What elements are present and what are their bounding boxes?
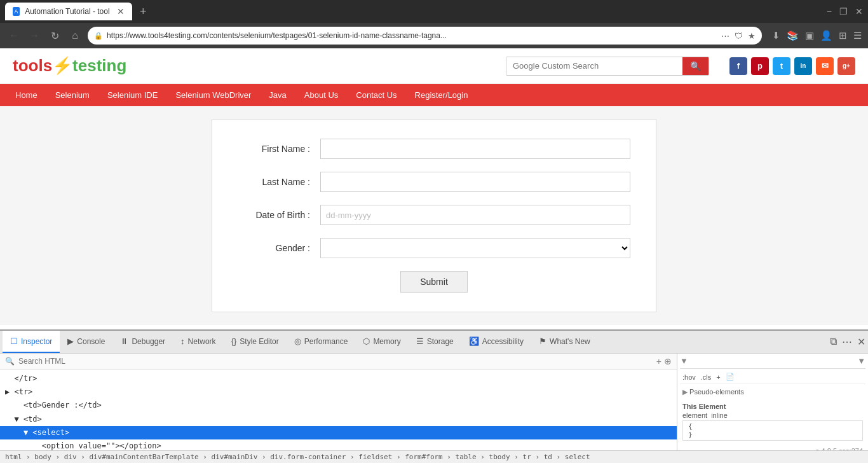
last-name-input[interactable] bbox=[320, 172, 630, 192]
nav-about-us[interactable]: About Us bbox=[295, 84, 347, 106]
back-button[interactable]: ← bbox=[6, 30, 22, 41]
css-open-brace: { bbox=[688, 422, 693, 431]
pseudo-arrow: ▶ bbox=[682, 388, 688, 396]
nav-contact-us[interactable]: Contact Us bbox=[347, 84, 405, 106]
download-icon[interactable]: ⬇ bbox=[772, 30, 780, 41]
google-plus-icon[interactable]: g+ bbox=[837, 57, 855, 75]
gender-select[interactable]: Male Female Transgender bbox=[320, 238, 630, 258]
devtools-close-button[interactable]: ✕ bbox=[857, 336, 865, 348]
address-actions: ⋯ 🛡 ★ bbox=[721, 31, 756, 41]
devtools-more-button[interactable]: ⋯ bbox=[842, 336, 852, 348]
performance-icon: ◎ bbox=[294, 336, 301, 346]
twitter-icon[interactable]: t bbox=[773, 57, 790, 75]
dob-row: Date of Birth : bbox=[238, 205, 630, 225]
submit-button[interactable]: Submit bbox=[400, 271, 468, 293]
site-header: tools⚡testing 🔍 f p t in ✉ g+ bbox=[0, 48, 868, 84]
inline-label: inline bbox=[711, 411, 728, 419]
tab-network[interactable]: ↕ Network bbox=[173, 331, 224, 353]
debugger-label: Debugger bbox=[132, 337, 165, 346]
add-rule-button[interactable]: + bbox=[716, 373, 720, 381]
maximize-button[interactable]: ❐ bbox=[839, 6, 848, 17]
browser-tab[interactable]: A Automation Tutorial - tools4te... ✕ bbox=[5, 3, 132, 20]
devtools-body: 🔍 + ⊕ </tr> ▶ <tr> <td>Gender :</td> ▼ <… bbox=[0, 354, 868, 450]
storage-label: Storage bbox=[427, 337, 454, 346]
pseudo-toolbar: :hov .cls + 📄 bbox=[680, 371, 865, 384]
code-line-tr-close: </tr> bbox=[0, 372, 677, 385]
tab-storage[interactable]: ☰ Storage bbox=[409, 331, 461, 353]
network-label: Network bbox=[188, 337, 216, 346]
minimize-button[interactable]: − bbox=[827, 6, 832, 17]
code-line-td-gender: <td>Gender :</td> bbox=[0, 399, 677, 412]
first-name-label: First Name : bbox=[238, 144, 320, 154]
tab-style-editor[interactable]: {} Style Editor bbox=[224, 331, 287, 353]
pocket-icon[interactable]: 🛡 bbox=[735, 31, 743, 41]
forward-button[interactable]: → bbox=[27, 30, 42, 41]
styles-toolbar: ▼ ▼ bbox=[680, 356, 865, 369]
element-inline-row: element inline bbox=[682, 411, 863, 419]
search-button[interactable]: 🔍 bbox=[682, 57, 709, 75]
tab-memory[interactable]: ⬡ Memory bbox=[355, 331, 408, 353]
html-search-icons: + ⊕ bbox=[656, 356, 672, 366]
address-bar-row: ← → ↻ ⌂ 🔒 https://www.tools4testing.com/… bbox=[0, 23, 868, 48]
pinterest-icon[interactable]: p bbox=[751, 57, 769, 75]
memory-icon: ⬡ bbox=[363, 336, 370, 346]
filter-styles-icon: ▼ bbox=[680, 356, 688, 366]
whats-new-icon: ⚑ bbox=[539, 336, 546, 346]
extensions-icon[interactable]: ⊞ bbox=[839, 30, 847, 41]
reader-view-icon[interactable]: ▣ bbox=[805, 30, 814, 41]
synced-tabs-icon[interactable]: 📚 bbox=[787, 30, 799, 41]
html-search-bar: 🔍 + ⊕ bbox=[0, 354, 677, 370]
nav-register-login[interactable]: Register/Login bbox=[406, 84, 477, 106]
last-name-label: Last Name : bbox=[238, 177, 320, 187]
dob-input[interactable] bbox=[320, 205, 630, 225]
first-name-row: First Name : bbox=[238, 139, 630, 159]
hov-button[interactable]: :hov bbox=[682, 373, 696, 381]
profile-icon[interactable]: 👤 bbox=[820, 30, 832, 41]
more-icon[interactable]: ⋯ bbox=[721, 31, 729, 41]
accessibility-icon: ♿ bbox=[469, 336, 479, 346]
html-search-input[interactable] bbox=[18, 357, 653, 366]
bookmark-icon[interactable]: ★ bbox=[748, 31, 756, 41]
search-box[interactable]: 🔍 bbox=[506, 57, 709, 76]
home-button[interactable]: ⌂ bbox=[67, 30, 83, 41]
code-line-select-highlighted[interactable]: ▼ <select> bbox=[0, 426, 677, 439]
search-input[interactable] bbox=[506, 57, 682, 75]
cls-button[interactable]: .cls bbox=[701, 373, 712, 381]
pseudo-elements-label: Pseudo-elements bbox=[689, 388, 744, 396]
tab-debugger[interactable]: ⏸ Debugger bbox=[112, 331, 173, 353]
email-icon[interactable]: ✉ bbox=[816, 57, 834, 75]
devtools-breadcrumb: html › body › div › div#mainContentBarTe… bbox=[0, 450, 868, 463]
devtools-dock-button[interactable]: ⧉ bbox=[830, 336, 837, 348]
nav-selenium[interactable]: Selenium bbox=[46, 84, 98, 106]
debugger-icon: ⏸ bbox=[120, 336, 128, 346]
new-file-button[interactable]: 📄 bbox=[726, 373, 735, 381]
menu-icon[interactable]: ☰ bbox=[853, 30, 862, 41]
tab-favicon: A bbox=[13, 7, 20, 16]
tab-inspector[interactable]: ☐ Inspector bbox=[3, 331, 60, 353]
form-container: First Name : Last Name : Date of Birth :… bbox=[212, 119, 656, 312]
address-bar[interactable]: 🔒 https://www.tools4testing.com/contents… bbox=[88, 27, 762, 45]
tab-close-button[interactable]: ✕ bbox=[117, 6, 125, 17]
browser-titlebar: A Automation Tutorial - tools4te... ✕ + … bbox=[0, 0, 868, 23]
nav-home[interactable]: Home bbox=[6, 84, 46, 106]
linkedin-icon[interactable]: in bbox=[794, 57, 812, 75]
html-pick-button[interactable]: ⊕ bbox=[664, 356, 672, 366]
nav-java[interactable]: Java bbox=[260, 84, 295, 106]
devtools-panel: ☐ Inspector ▶ Console ⏸ Debugger ↕ Netwo… bbox=[0, 329, 868, 463]
facebook-icon[interactable]: f bbox=[729, 57, 747, 75]
html-add-button[interactable]: + bbox=[656, 356, 661, 366]
refresh-button[interactable]: ↻ bbox=[47, 30, 62, 42]
nav-selenium-webdriver[interactable]: Selenium WebDriver bbox=[166, 84, 260, 106]
gender-row: Gender : Male Female Transgender bbox=[238, 238, 630, 258]
tab-whats-new[interactable]: ⚑ What's New bbox=[531, 331, 598, 353]
css-close-brace: } bbox=[688, 431, 693, 439]
submit-row: Submit bbox=[238, 271, 630, 293]
nav-selenium-ide[interactable]: Selenium IDE bbox=[98, 84, 166, 106]
console-label: Console bbox=[77, 337, 105, 346]
tab-performance[interactable]: ◎ Performance bbox=[287, 331, 356, 353]
tab-console[interactable]: ▶ Console bbox=[60, 331, 112, 353]
new-tab-button[interactable]: + bbox=[140, 5, 147, 18]
tab-accessibility[interactable]: ♿ Accessibility bbox=[461, 331, 531, 353]
close-button[interactable]: ✕ bbox=[855, 6, 863, 17]
first-name-input[interactable] bbox=[320, 139, 630, 159]
